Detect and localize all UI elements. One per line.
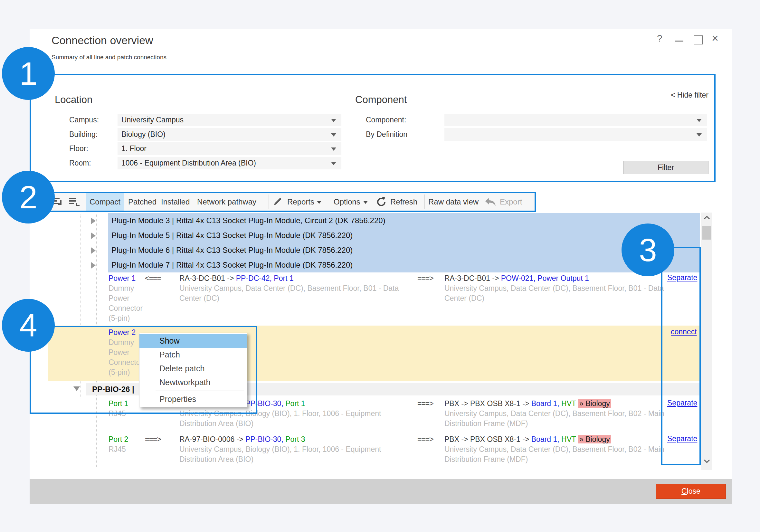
close-button[interactable]: Close (656, 484, 726, 499)
collapse-all-icon[interactable] (52, 196, 64, 208)
connection-row-port2-name[interactable]: Port 2 RJ45 (109, 434, 145, 455)
connector-type: RJ45 (109, 444, 145, 455)
connector-type: Dummy (109, 283, 145, 293)
toolbar-separator (84, 195, 84, 209)
menu-item-patch[interactable]: Patch (139, 348, 247, 362)
tree-row-module-6[interactable]: Plug-In Module 6 | Rittal 4x C13 Socket … (108, 243, 700, 258)
reports-button[interactable]: Reports (287, 193, 314, 211)
export-button[interactable]: Export (500, 193, 522, 211)
refresh-icon[interactable] (375, 195, 388, 208)
menu-item-properties[interactable]: Properties (139, 392, 247, 406)
close-icon[interactable]: × (712, 31, 718, 45)
expand-arrow-icon[interactable] (91, 218, 96, 224)
raw-data-view-button[interactable]: Raw data view (428, 193, 479, 211)
endpoint-location: University Campus, Data Center (DC), Bas… (445, 283, 667, 293)
group-label: PP-BIO-26 | (92, 383, 134, 396)
endpoint-location: Distribution Area (BIO) (179, 455, 394, 464)
maximize-icon[interactable] (694, 35, 703, 44)
port-name: Power 1 (109, 273, 145, 283)
by-definition-select[interactable] (445, 128, 707, 141)
by-definition-label: By Definition (366, 128, 407, 141)
toolbar-separator (424, 195, 425, 209)
menu-separator (156, 391, 244, 391)
chevron-down-icon (317, 201, 321, 204)
campus-value: University Campus (121, 114, 184, 126)
connector-type: (5-pin) (109, 313, 145, 323)
endpoint-location: University Campus, Data Center (DC), Bas… (179, 283, 394, 293)
endpoint-link[interactable]: Board 1, (531, 399, 559, 408)
direction-arrow: ===> (417, 399, 433, 409)
endpoint-link[interactable]: PP-BIO-30, (245, 399, 285, 408)
endpoint-link[interactable]: Board 1, (531, 435, 559, 443)
expand-arrow-icon[interactable] (91, 232, 96, 239)
separate-link[interactable]: Separate (667, 273, 697, 282)
direction-arrow: <=== (145, 273, 161, 283)
expand-all-icon[interactable] (68, 196, 80, 208)
tree-row-module-3[interactable]: Plug-In Module 3 | Rittal 4x C13 Socket … (108, 213, 700, 228)
expand-arrow-icon[interactable] (91, 247, 96, 254)
scrollbar-thumb[interactable] (702, 226, 711, 240)
endpoint-location: Center (DC) (179, 293, 394, 303)
help-icon[interactable]: ? (657, 33, 662, 44)
close-button-label: Close (656, 484, 726, 499)
endpoint-location: Distribution Frame (MDF) (445, 455, 667, 464)
component-select[interactable] (445, 114, 707, 126)
expand-arrow-icon[interactable] (91, 262, 96, 268)
minimize-icon[interactable] (675, 36, 683, 41)
tab-installed[interactable]: Installed (161, 193, 190, 211)
scroll-down-icon[interactable] (703, 459, 711, 464)
direction-arrow: ===> (145, 434, 161, 444)
room-label: Room: (69, 157, 91, 169)
menu-item-delete-patch[interactable]: Delete patch (139, 362, 247, 375)
endpoint-location: University Campus, Data Center (DC), Bas… (445, 409, 667, 419)
biology-tag: » Biology (578, 435, 611, 443)
endpoint-port: HVT (559, 399, 578, 408)
filter-button[interactable]: Filter (623, 161, 708, 174)
chevron-down-icon (363, 201, 368, 204)
context-menu: Show Patch Delete patch Newtworkpath Pro… (139, 333, 247, 408)
connector-type: RJ45 (109, 409, 145, 419)
connection-row-power1-name[interactable]: Power 1 Dummy Power Connector (5-pin) (109, 273, 145, 323)
room-select[interactable]: 1006 - Equipment Distribution Area (BIO) (118, 157, 341, 169)
refresh-button[interactable]: Refresh (390, 193, 417, 211)
endpoint-link[interactable]: POW-021, Power Output 1 (501, 274, 589, 282)
connect-link[interactable]: connect (671, 327, 697, 336)
endpoint-location: University Campus, Biology (BIO), 1. Flo… (179, 409, 394, 419)
endpoint-link[interactable]: PP-DC-42, Port 1 (236, 274, 294, 282)
floor-select[interactable]: 1. Floor (118, 142, 341, 155)
endpoint-link[interactable]: PP-BIO-30, (245, 435, 285, 443)
endpoint-port: HVT (559, 435, 578, 443)
scroll-up-icon[interactable] (703, 215, 711, 220)
endpoint-prefix: RA-97-BIO-0006 -> (179, 435, 245, 443)
hide-filter-link[interactable]: < Hide filter (650, 91, 708, 100)
chevron-down-icon (331, 162, 336, 165)
toolbar-separator (328, 195, 328, 209)
biology-tag: » Biology (578, 399, 611, 408)
separate-link[interactable]: Separate (667, 399, 697, 408)
endpoint-location: University Campus, Biology (BIO), 1. Flo… (179, 444, 394, 455)
connection-left-endpoint: RA-97-BIO-0006 -> PP-BIO-30, Port 3 Univ… (179, 434, 394, 464)
collapse-arrow-icon[interactable] (73, 386, 80, 391)
export-icon (484, 197, 497, 207)
endpoint-prefix: RA-3-DC-B01 -> (179, 274, 236, 282)
building-select[interactable]: Biology (BIO) (118, 128, 341, 141)
floor-label: Floor: (69, 142, 88, 155)
separate-link[interactable]: Separate (667, 434, 697, 443)
tab-network-pathway[interactable]: Network pathway (197, 193, 256, 211)
menu-item-networkpath[interactable]: Newtworkpath (139, 375, 247, 389)
footer-bar (30, 479, 732, 504)
connection-right-endpoint: PBX -> PBX OSB X8-1 -> Board 1, HVT » Bi… (445, 434, 667, 464)
campus-select[interactable]: University Campus (118, 114, 341, 126)
options-button[interactable]: Options (334, 193, 360, 211)
tree-row-module-5[interactable]: Plug-In Module 5 | Rittal 4x C13 Socket … (108, 228, 700, 243)
tree-row-module-7[interactable]: Plug-In Module 7 | Rittal 4x C13 Socket … (108, 258, 700, 272)
endpoint-location: Center (DC) (445, 293, 667, 303)
scrollbar[interactable] (701, 213, 712, 470)
menu-item-show[interactable]: Show (139, 334, 247, 348)
pencil-icon (272, 197, 282, 207)
endpoint-prefix: PBX -> PBX OSB X8-1 -> (445, 399, 531, 408)
tab-patched[interactable]: Patched (128, 193, 157, 211)
component-label: Component: (366, 114, 406, 126)
tab-compact[interactable]: Compact (86, 193, 124, 211)
connection-right-endpoint: PBX -> PBX OSB X8-1 -> Board 1, HVT » Bi… (445, 399, 667, 429)
